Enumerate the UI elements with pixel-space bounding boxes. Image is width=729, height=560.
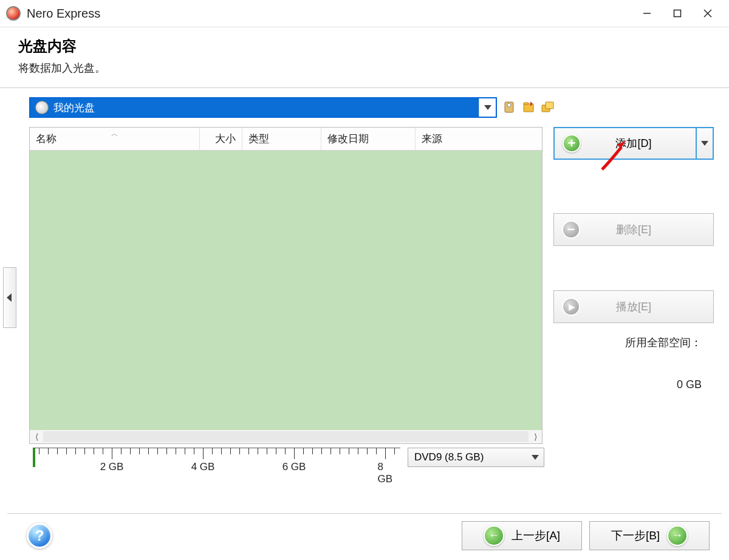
scroll-left-arrow[interactable]: ⟨ [30, 432, 43, 442]
horizontal-scrollbar[interactable]: ⟨ ⟩ [30, 430, 542, 443]
chevron-down-icon [532, 455, 539, 460]
capacity-ruler-row: 2 GB 4 GB 6 GB 8 GB DVD9 (8.5 GB) [29, 448, 714, 478]
total-space-value: 0 GB [677, 378, 702, 391]
divider [0, 87, 729, 88]
toolbar-row: 我的光盘 [29, 97, 714, 118]
next-arrow-icon: → [667, 525, 688, 546]
page-title: 光盘内容 [18, 36, 711, 56]
tool-icon-3[interactable] [541, 99, 555, 116]
maximize-button[interactable] [662, 1, 693, 26]
footer: ? ← 上一步[A] 下一步[B] → [7, 513, 722, 551]
remove-button: 删除[E] [553, 213, 714, 246]
main-area: 我的光盘 名称 ︿ 大小 类型 修改日期 来源 [0, 97, 729, 478]
sort-arrow-icon: ︿ [111, 129, 118, 139]
play-icon [562, 298, 580, 316]
media-selected-label: DVD9 (8.5 GB) [414, 451, 484, 463]
disc-name-label: 我的光盘 [53, 101, 95, 115]
scroll-right-arrow[interactable]: ⟩ [529, 432, 542, 442]
remove-button-label: 删除[E] [616, 222, 651, 237]
page-subtitle: 将数据加入光盘。 [18, 61, 711, 75]
disc-name-dropdown[interactable]: 我的光盘 [29, 97, 497, 118]
col-name[interactable]: 名称 ︿ [30, 128, 200, 150]
back-arrow-icon: ← [484, 525, 504, 546]
close-button[interactable] [693, 1, 723, 26]
tool-icon-1[interactable] [502, 99, 516, 116]
add-button-label: 添加[D] [615, 136, 651, 151]
total-space-label: 所用全部空间： [625, 335, 702, 350]
titlebar: Nero Express [0, 0, 729, 27]
disc-icon [35, 101, 49, 114]
minimize-button[interactable] [632, 1, 662, 26]
col-size[interactable]: 大小 [200, 128, 242, 150]
side-buttons: 添加[D] 删除[E] 播放[E] [553, 127, 714, 444]
scroll-track[interactable] [43, 431, 529, 442]
add-button[interactable]: 添加[D] [553, 127, 714, 160]
help-button[interactable]: ? [27, 523, 52, 548]
app-title: Nero Express [27, 7, 100, 21]
play-button-label: 播放[E] [616, 299, 651, 314]
column-headers: 名称 ︿ 大小 类型 修改日期 来源 [30, 128, 542, 151]
file-list-body[interactable] [30, 151, 542, 430]
svg-rect-7 [524, 104, 533, 112]
disc-dropdown-arrow[interactable] [479, 98, 496, 117]
header-section: 光盘内容 将数据加入光盘。 [0, 27, 729, 87]
media-type-select[interactable]: DVD9 (8.5 GB) [408, 448, 544, 467]
col-source[interactable]: 来源 [416, 128, 542, 150]
remove-icon [562, 220, 580, 239]
add-dropdown-arrow[interactable] [696, 128, 713, 159]
next-button-label: 下一步[B] [611, 528, 660, 544]
content-row: 名称 ︿ 大小 类型 修改日期 来源 ⟨ ⟩ 添加[D] [29, 127, 714, 444]
svg-rect-8 [524, 103, 529, 104]
back-button[interactable]: ← 上一步[A] [462, 521, 582, 550]
tool-icon-2[interactable] [521, 99, 536, 116]
svg-rect-1 [674, 10, 681, 17]
capacity-ruler: 2 GB 4 GB 6 GB 8 GB [33, 448, 400, 478]
back-button-label: 上一步[A] [512, 528, 560, 544]
col-date[interactable]: 修改日期 [321, 128, 416, 150]
svg-rect-11 [546, 102, 553, 109]
play-button: 播放[E] [553, 290, 714, 323]
svg-point-6 [507, 103, 511, 107]
app-icon [6, 6, 21, 21]
add-icon [563, 134, 581, 152]
file-list: 名称 ︿ 大小 类型 修改日期 来源 ⟨ ⟩ [29, 127, 542, 444]
col-type[interactable]: 类型 [242, 128, 321, 150]
ruler-ticks [33, 448, 400, 461]
next-button[interactable]: 下一步[B] → [589, 521, 710, 550]
